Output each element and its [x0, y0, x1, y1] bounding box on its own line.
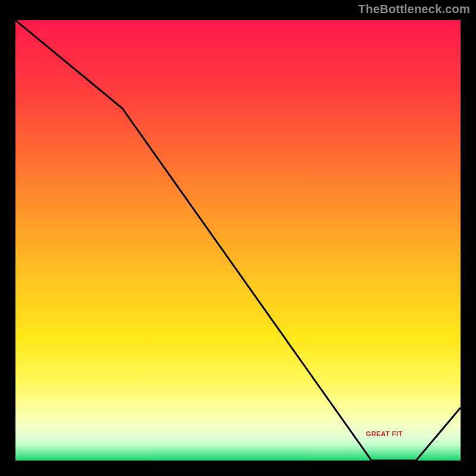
- gradient-background: [15, 20, 461, 461]
- great-fit-label: GREAT FIT: [366, 430, 403, 437]
- plot-area: [15, 20, 461, 461]
- bottleneck-curve-chart: [15, 20, 461, 461]
- watermark-text: TheBottleneck.com: [358, 2, 470, 16]
- plot-frame: [12, 17, 464, 464]
- chart-container: TheBottleneck.com GREAT FIT: [0, 0, 476, 476]
